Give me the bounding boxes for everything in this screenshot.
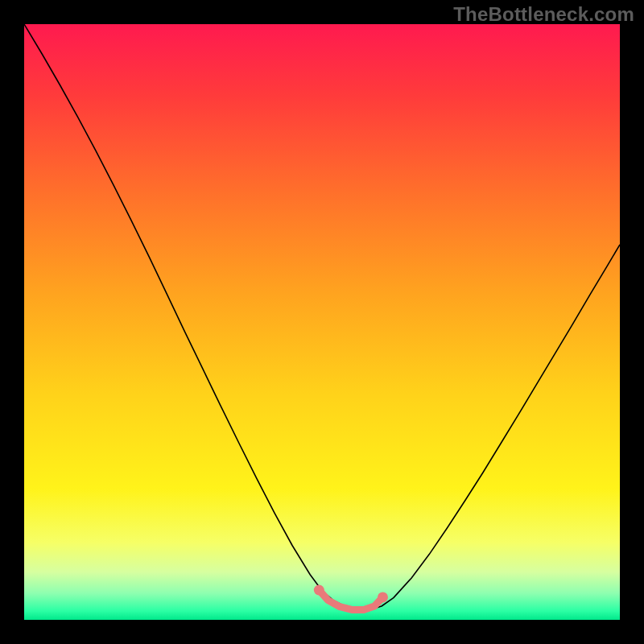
optimal-range-marker-endpoint [378, 592, 388, 602]
bottleneck-chart [24, 24, 620, 620]
plot-area [24, 24, 620, 620]
chart-frame: TheBottleneck.com [0, 0, 644, 644]
watermark-text: TheBottleneck.com [453, 3, 634, 26]
gradient-background [24, 24, 620, 620]
optimal-range-marker-endpoint [314, 585, 324, 596]
